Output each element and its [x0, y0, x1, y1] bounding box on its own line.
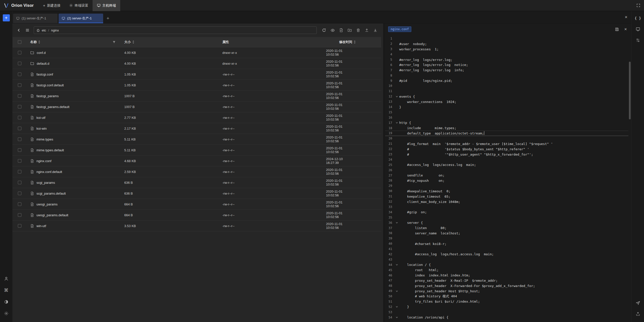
fold-icon[interactable] [394, 121, 399, 124]
braces-icon[interactable]: { } [634, 14, 642, 22]
sort-icon[interactable] [132, 40, 135, 44]
row-checkbox[interactable] [18, 73, 21, 76]
file-name[interactable]: fastcgi.conf [36, 73, 53, 76]
code-line[interactable]: 35 [385, 215, 628, 220]
fold-icon[interactable] [394, 305, 399, 308]
table-row[interactable]: mime.types.default 5.11 KB -rw-r--r-- 20… [13, 145, 381, 156]
row-checkbox[interactable] [18, 62, 21, 65]
row-checkbox[interactable] [18, 127, 21, 130]
preview-eye-icon[interactable] [329, 26, 336, 34]
theme-icon[interactable] [2, 298, 11, 306]
sftp-panel-icon[interactable] [634, 25, 642, 33]
panel-splitter[interactable] [383, 23, 385, 322]
filter-icon[interactable] [112, 41, 116, 44]
row-checkbox[interactable] [18, 94, 21, 98]
row-checkbox[interactable] [18, 83, 21, 87]
row-checkbox[interactable] [18, 148, 21, 152]
new-folder-icon[interactable] [346, 26, 353, 34]
user-icon[interactable] [2, 275, 11, 283]
fold-icon[interactable] [394, 316, 399, 319]
code-line[interactable]: 27 sendfile on; [385, 173, 628, 178]
file-name[interactable]: win-utf [36, 224, 46, 228]
code-editor[interactable]: 1 2 #user nobody; 3 worker_processes 1; … [385, 36, 628, 322]
row-checkbox[interactable] [18, 224, 21, 228]
table-row[interactable]: koi-win 2.17 KB -rw-r--r-- 2020-11-01 10… [13, 123, 381, 134]
file-name[interactable]: fastcgi_params.default [36, 105, 69, 109]
file-name[interactable]: koi-win [36, 127, 47, 130]
code-line[interactable]: 9 #pid logs/nginx.pid; [385, 78, 628, 83]
column-size[interactable]: 大小 [124, 40, 131, 44]
code-line[interactable]: 13 worker_connections 1024; [385, 99, 628, 104]
code-line[interactable]: 33 [385, 204, 628, 210]
tab-server-1[interactable]: (1) server-生产-1 [13, 14, 58, 23]
code-line[interactable]: 4 [385, 52, 628, 57]
breadcrumb-segment[interactable]: etc [42, 28, 46, 32]
file-name[interactable]: nginx.conf.default [36, 170, 62, 174]
code-line[interactable]: 52 } [385, 304, 628, 309]
code-line[interactable]: 23 # '"$http_user_agent" "$http_x_forwar… [385, 152, 628, 157]
close-editor-icon[interactable]: × [624, 27, 627, 31]
fold-icon[interactable] [394, 95, 399, 98]
code-line[interactable]: 19 default_type application/octet-stream… [385, 131, 628, 136]
code-line[interactable]: 44 location / { [385, 262, 628, 267]
code-line[interactable]: 3 worker_processes 1; [385, 47, 628, 52]
nav-host-terminal[interactable]: 主机终端 [93, 0, 120, 11]
file-name[interactable]: nginx.conf [36, 159, 51, 163]
code-line[interactable]: 46 index index.html index.htm; [385, 273, 628, 278]
file-name[interactable]: fastcgi_params [36, 94, 59, 98]
file-name[interactable]: uwsgi_params.default [36, 213, 68, 217]
table-row[interactable]: uwsgi_params.default 664 B -rw-r--r-- 20… [13, 210, 381, 221]
code-line[interactable]: 6 #error_log logs/error.log notice; [385, 62, 628, 67]
refresh-icon[interactable] [320, 26, 328, 34]
table-row[interactable]: koi-utf 2.77 KB -rw-r--r-- 2020-11-01 10… [13, 112, 381, 123]
code-line[interactable]: 20 [385, 136, 628, 141]
code-line[interactable]: 15 [385, 110, 628, 115]
code-line[interactable]: 38 server_name localhost; [385, 231, 628, 236]
code-line[interactable]: 5 #error_log logs/error.log; [385, 57, 628, 62]
code-line[interactable]: 1 [385, 36, 628, 41]
command-icon[interactable]: ⌘ [2, 286, 11, 294]
code-line[interactable]: 16 [385, 115, 628, 120]
code-line[interactable]: 12 events { [385, 94, 628, 99]
list-icon[interactable] [24, 26, 31, 34]
table-row[interactable]: win-utf 3.53 KB -rw-r--r-- 2020-11-01 10… [13, 221, 381, 231]
code-line[interactable]: 8 [385, 73, 628, 78]
table-row[interactable]: fastcgi.conf 1.05 KB -rw-r--r-- 2020-11-… [13, 69, 381, 80]
path-breadcrumb[interactable]: etc / nginx [34, 26, 317, 34]
sort-icon[interactable] [353, 40, 356, 44]
row-checkbox[interactable] [18, 181, 21, 184]
code-line[interactable]: 40 #charset koi8-r; [385, 241, 628, 246]
code-line[interactable]: 54 location /orion/api { [385, 315, 628, 320]
tab-server-2[interactable]: (2) server-生产-1 [59, 14, 103, 23]
new-file-icon[interactable] [337, 26, 345, 34]
fold-icon[interactable] [394, 263, 399, 266]
table-row[interactable]: fastcgi_params 1007 B -rw-r--r-- 2020-11… [13, 91, 381, 101]
code-line[interactable]: 51 try_files $uri $uri/ /index.html; [385, 299, 628, 304]
fold-icon[interactable] [394, 221, 399, 224]
code-line[interactable]: 28 #tcp_nopush on; [385, 178, 628, 183]
table-row[interactable]: default.d 4.00 KB drwxr-xr-x 2020-11-01 … [13, 58, 381, 69]
row-checkbox[interactable] [18, 105, 21, 109]
code-line[interactable]: 50 # web history 模式 404 [385, 294, 628, 299]
code-line[interactable]: 49 proxy_set_header Host $http_host; [385, 289, 628, 294]
code-line[interactable]: 36 server { [385, 220, 628, 225]
home-icon[interactable] [36, 29, 40, 32]
code-line[interactable]: 30 #keepalive_timeout 0; [385, 189, 628, 194]
code-line[interactable]: 32 client_max_body_size 1048m; [385, 199, 628, 204]
swap-icon[interactable] [634, 36, 642, 44]
sort-icon[interactable] [38, 40, 41, 44]
code-line[interactable]: 7 #error_log logs/error.log info; [385, 67, 628, 73]
file-name[interactable]: koi-utf [36, 116, 45, 120]
file-name[interactable]: mime.types.default [36, 148, 64, 152]
code-line[interactable]: 43 [385, 257, 628, 262]
nav-new-connection[interactable]: + 新建连接 [39, 0, 65, 11]
row-checkbox[interactable] [18, 213, 21, 217]
code-line[interactable]: 2 #user nobody; [385, 41, 628, 47]
row-checkbox[interactable] [18, 159, 21, 163]
code-line[interactable]: 37 listen 80; [385, 225, 628, 231]
code-line[interactable]: 25 #access_log logs/access.log main; [385, 162, 628, 167]
editor-scrollbar[interactable] [629, 62, 631, 119]
code-line[interactable]: 24 [385, 157, 628, 162]
file-name[interactable]: mime.types [36, 137, 53, 141]
table-row[interactable]: uwsgi_params 664 B -rw-r--r-- 2020-11-01… [13, 199, 381, 210]
